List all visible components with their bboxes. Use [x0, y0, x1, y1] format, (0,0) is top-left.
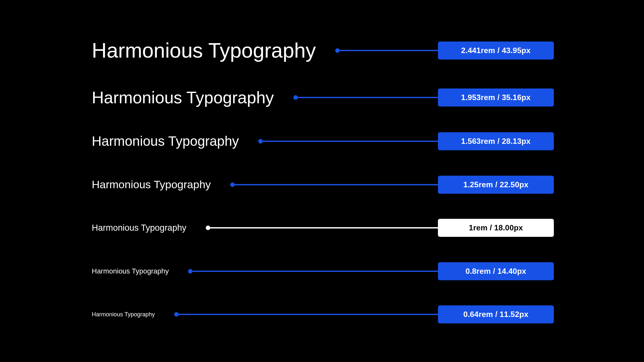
connector — [293, 97, 438, 98]
size-badge: 2.441rem / 43.95px — [438, 42, 554, 60]
connector-dot-icon — [230, 182, 235, 187]
scale-row: Harmonious Typography2.441rem / 43.95px — [92, 39, 554, 62]
connector — [174, 314, 438, 315]
sample-text: Harmonious Typography — [92, 267, 169, 275]
sample-text: Harmonious Typography — [92, 39, 316, 62]
size-badge: 1.25rem / 22.50px — [438, 176, 554, 194]
sample-text: Harmonious Typography — [92, 134, 239, 149]
connector-dot-icon — [258, 139, 263, 144]
sample-text: Harmonious Typography — [92, 88, 274, 107]
connector-dot-icon — [174, 312, 179, 317]
connector — [206, 227, 438, 228]
connector-line — [298, 97, 438, 98]
connector-line — [193, 271, 438, 272]
size-badge: 0.8rem / 14.40px — [438, 262, 554, 280]
connector-line — [179, 314, 438, 315]
size-badge: 1.563rem / 28.13px — [438, 132, 554, 150]
connector — [188, 271, 438, 272]
sample-text: Harmonious Typography — [92, 178, 211, 191]
connector-line — [340, 50, 438, 51]
scale-row: Harmonious Typography0.8rem / 14.40px — [92, 262, 554, 280]
size-badge: 0.64rem / 11.52px — [438, 305, 554, 323]
sample-text: Harmonious Typography — [92, 311, 155, 318]
connector-dot-icon — [206, 226, 210, 230]
scale-row: Harmonious Typography0.64rem / 11.52px — [92, 305, 554, 323]
scale-row: Harmonious Typography1.953rem / 35.16px — [92, 88, 554, 107]
connector-dot-icon — [335, 48, 340, 53]
connector-dot-icon — [293, 95, 298, 100]
sample-text: Harmonious Typography — [92, 223, 186, 233]
connector — [230, 184, 438, 185]
connector-dot-icon — [188, 269, 193, 274]
scale-row: Harmonious Typography1.25rem / 22.50px — [92, 176, 554, 194]
typography-scale: Harmonious Typography2.441rem / 43.95pxH… — [0, 0, 644, 362]
size-badge: 1rem / 18.00px — [438, 219, 554, 237]
connector-line — [235, 184, 438, 185]
connector-line — [210, 227, 438, 228]
scale-row: Harmonious Typography1rem / 18.00px — [92, 219, 554, 237]
scale-row: Harmonious Typography1.563rem / 28.13px — [92, 132, 554, 150]
connector — [258, 141, 438, 142]
connector-line — [263, 141, 438, 142]
size-badge: 1.953rem / 35.16px — [438, 88, 554, 107]
connector — [335, 50, 438, 51]
